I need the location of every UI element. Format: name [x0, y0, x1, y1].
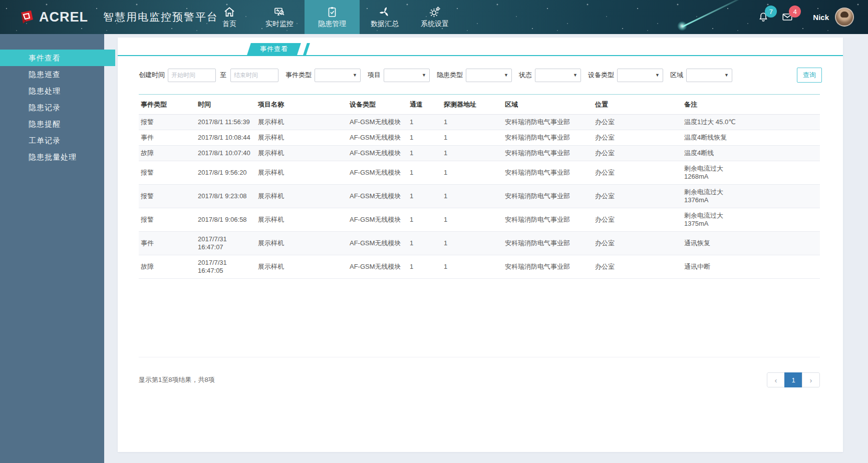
- query-button[interactable]: 查询: [797, 68, 822, 83]
- app-title: 智慧用电监控预警平台: [103, 10, 218, 24]
- table-cell: 1: [408, 185, 442, 208]
- project-select[interactable]: ▼: [384, 69, 430, 82]
- hazard-type-select[interactable]: ▼: [466, 69, 512, 82]
- table-cell: 1: [408, 130, 442, 146]
- table-cell: 报警: [139, 185, 196, 208]
- table-header-row: 事件类型 时间 项目名称 设备类型 通道 探测器地址 区域 位置 备注: [139, 95, 820, 115]
- hazard-type-label: 隐患类型: [437, 71, 463, 80]
- table-empty-space: [118, 279, 843, 357]
- table-cell: 温度1过大 45.0℃: [682, 115, 820, 130]
- message-count-badge: 4: [789, 6, 801, 18]
- event-type-label: 事件类型: [285, 71, 312, 80]
- area-select[interactable]: ▼: [686, 69, 732, 82]
- sidebar-item-hazard-records[interactable]: 隐患记录: [0, 99, 104, 116]
- table-cell: 展示样机: [256, 185, 348, 208]
- table-cell: 1: [408, 115, 442, 130]
- table-cell: 报警: [139, 208, 196, 232]
- table-cell: 办公室: [593, 185, 682, 208]
- table-cell: 1: [442, 232, 503, 255]
- nav-item-system-settings[interactable]: 系统设置: [410, 0, 460, 34]
- event-table-body: 报警2017/8/1 11:56:39展示样机AF-GSM无线模块11安科瑞消防…: [139, 115, 820, 279]
- table-cell: 1: [442, 161, 503, 185]
- table-cell: 2017/8/1 9:56:20: [196, 161, 256, 185]
- nav-label: 实时监控: [265, 20, 294, 29]
- table-cell: 事件: [139, 232, 196, 255]
- table-cell: 1: [408, 161, 442, 185]
- sidebar-item-hazard-inspection[interactable]: 隐患巡查: [0, 66, 104, 83]
- table-cell: 剩余电流过大 1376mA: [682, 185, 820, 208]
- table-cell: 剩余电流过大 1375mA: [682, 208, 820, 232]
- col-project-name: 项目名称: [256, 95, 348, 115]
- event-type-select[interactable]: ▼: [315, 69, 361, 82]
- device-type-label: 设备类型: [588, 71, 614, 80]
- notifications-button[interactable]: 7: [758, 12, 769, 23]
- prev-page-button[interactable]: ‹: [767, 372, 785, 387]
- nav-label: 隐患管理: [318, 20, 346, 29]
- table-cell: 安科瑞消防电气事业部: [503, 185, 593, 208]
- table-cell: 展示样机: [256, 208, 348, 232]
- table-cell: 安科瑞消防电气事业部: [503, 146, 593, 161]
- clipboard-check-icon: [326, 6, 338, 18]
- messages-button[interactable]: 4: [782, 12, 793, 23]
- status-label: 状态: [519, 71, 532, 80]
- monitor-search-icon: [273, 6, 285, 18]
- start-time-input[interactable]: [168, 69, 216, 82]
- table-row: 故障2017/8/1 10:07:40展示样机AF-GSM无线模块11安科瑞消防…: [139, 146, 820, 161]
- table-row: 事件2017/8/1 10:08:44展示样机AF-GSM无线模块11安科瑞消防…: [139, 130, 820, 146]
- project-label: 项目: [368, 71, 381, 80]
- table-cell: AF-GSM无线模块: [348, 185, 408, 208]
- col-time: 时间: [196, 95, 256, 115]
- table-cell: 2017/8/1 9:06:58: [196, 208, 256, 232]
- user-avatar[interactable]: [835, 8, 854, 27]
- table-cell: 通讯恢复: [682, 232, 820, 255]
- chevron-down-icon: ▼: [353, 73, 357, 78]
- table-cell: 安科瑞消防电气事业部: [503, 208, 593, 232]
- notification-count-badge: 7: [765, 6, 777, 18]
- sidebar-item-hazard-handling[interactable]: 隐患处理: [0, 83, 104, 99]
- table-cell: 安科瑞消防电气事业部: [503, 161, 593, 185]
- pagination: ‹ 1 ›: [767, 372, 820, 387]
- table-cell: 2017/8/1 10:07:40: [196, 146, 256, 161]
- nav-item-hazard-management[interactable]: 隐患管理: [305, 0, 360, 34]
- sidebar-item-work-orders[interactable]: 工单记录: [0, 132, 104, 149]
- to-label: 至: [220, 71, 226, 80]
- table-cell: 剩余电流过大 1268mA: [682, 161, 820, 185]
- chevron-down-icon: ▼: [655, 73, 660, 78]
- table-cell: 事件: [139, 130, 196, 146]
- brand[interactable]: ACREL 智慧用电监控预警平台: [19, 0, 218, 34]
- col-area: 区域: [503, 95, 593, 115]
- chevron-down-icon: ▼: [724, 73, 729, 78]
- logo-text: ACREL: [39, 10, 88, 25]
- table-cell: 2017/7/31 16:47:07: [196, 232, 256, 255]
- device-type-select[interactable]: ▼: [617, 69, 663, 82]
- gears-icon: [429, 6, 441, 18]
- col-remark: 备注: [682, 95, 820, 115]
- status-select[interactable]: ▼: [535, 69, 581, 82]
- table-cell: 2017/8/1 10:08:44: [196, 130, 256, 146]
- col-device-type: 设备类型: [348, 95, 408, 115]
- table-cell: 报警: [139, 161, 196, 185]
- sidebar-item-hazard-reminder[interactable]: 隐患提醒: [0, 116, 104, 132]
- table-cell: 2017/7/31 16:47:05: [196, 255, 256, 279]
- sidebar-item-event-view[interactable]: 事件查看: [0, 50, 115, 66]
- tab-label: 事件查看: [260, 45, 288, 54]
- nav-item-data-summary[interactable]: 数据汇总: [360, 0, 410, 34]
- table-cell: 办公室: [593, 130, 682, 146]
- table-cell: 办公室: [593, 208, 682, 232]
- tab-event-view[interactable]: 事件查看: [247, 43, 301, 55]
- page-1-button[interactable]: 1: [784, 372, 802, 387]
- main-panel: 事件查看 创建时间 至 事件类型 ▼ 项目 ▼ 隐患类型 ▼ 状态 ▼ 设备类型…: [118, 38, 843, 452]
- table-cell: 温度4断线恢复: [682, 130, 820, 146]
- table-cell: 故障: [139, 255, 196, 279]
- nav-item-realtime-monitor[interactable]: 实时监控: [254, 0, 305, 34]
- table-cell: 1: [408, 208, 442, 232]
- acrel-logo-icon: [19, 10, 35, 25]
- table-row: 故障2017/7/31 16:47:05展示样机AF-GSM无线模块11安科瑞消…: [139, 255, 820, 279]
- nav-item-home[interactable]: 首页: [204, 0, 254, 34]
- table-cell: 办公室: [593, 161, 682, 185]
- table-footer: 显示第1至8项结果，共8项 ‹ 1 ›: [118, 372, 843, 387]
- next-page-button[interactable]: ›: [802, 372, 820, 387]
- table-cell: 安科瑞消防电气事业部: [503, 255, 593, 279]
- end-time-input[interactable]: [230, 69, 278, 82]
- sidebar-item-hazard-batch[interactable]: 隐患批量处理: [0, 149, 104, 165]
